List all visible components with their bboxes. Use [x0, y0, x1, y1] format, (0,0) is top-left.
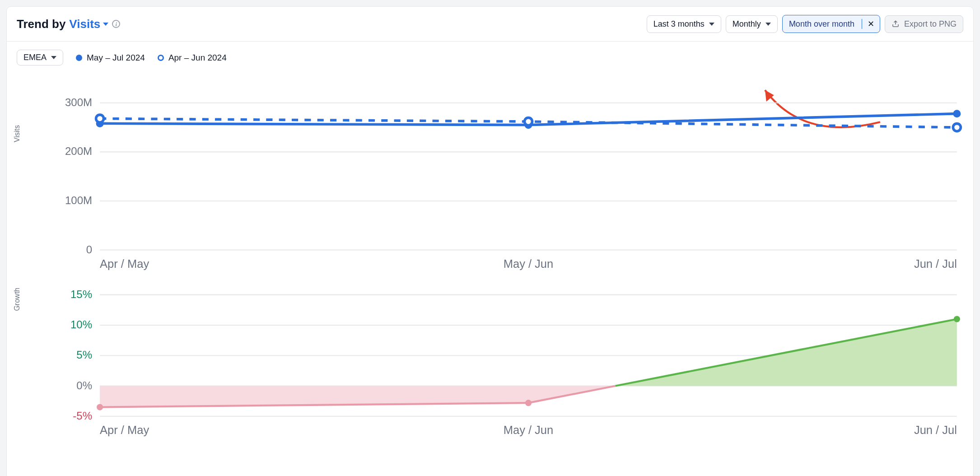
annotation-arrow [765, 90, 880, 127]
x-tick-visits: May / Jun [504, 257, 553, 270]
growth-point [97, 404, 103, 410]
chevron-down-icon [709, 23, 714, 26]
growth-chart: 15%10%5%0%-5%Apr / MayMay / JunJun / Jul [70, 288, 960, 437]
y-tick-growth: 10% [70, 318, 92, 331]
y-tick-visits: 200M [65, 145, 92, 157]
region-label: EMEA [23, 53, 47, 62]
y-axis-label-growth: Growth [13, 288, 21, 311]
card-body: EMEA May – Jul 2024 Apr – Jun 2024 Visit… [7, 42, 973, 476]
legend-current-label: May – Jul 2024 [87, 53, 145, 63]
granularity-dropdown[interactable]: Monthly [726, 15, 778, 33]
legend-row: EMEA May – Jul 2024 Apr – Jun 2024 [17, 50, 963, 65]
date-range-dropdown[interactable]: Last 3 months [647, 15, 721, 33]
info-icon[interactable]: i [112, 20, 120, 28]
data-point [953, 124, 961, 131]
x-tick-growth: Jun / Jul [914, 424, 957, 436]
legend-marker-solid [76, 55, 82, 61]
y-tick-growth: 15% [70, 288, 92, 300]
export-label: Export to PNG [904, 19, 957, 29]
chart-svg: 300M200M100M0Apr / MayMay / JunJun / Jul… [17, 71, 963, 467]
region-dropdown[interactable]: EMEA [17, 50, 63, 65]
legend-item-current[interactable]: May – Jul 2024 [76, 53, 145, 63]
chevron-down-icon [765, 23, 771, 26]
export-icon [891, 20, 900, 28]
compare-mode-chip[interactable]: Month over month ✕ [782, 15, 880, 33]
y-tick-visits: 0 [86, 243, 92, 256]
x-tick-visits: Jun / Jul [914, 257, 957, 270]
legend-item-previous[interactable]: Apr – Jun 2024 [158, 53, 227, 63]
granularity-label: Monthly [733, 19, 761, 29]
card-header: Trend by Visits i Last 3 months Monthly … [7, 7, 973, 42]
metric-selector[interactable]: Visits [69, 17, 108, 31]
y-tick-visits: 300M [65, 96, 92, 108]
chart-area: Visits Growth 300M200M100M0Apr / MayMay … [17, 71, 963, 467]
date-range-label: Last 3 months [653, 19, 705, 29]
y-tick-growth: 5% [76, 349, 92, 361]
growth-point [525, 400, 532, 406]
legend-marker-hollow [158, 55, 164, 61]
title-prefix: Trend by [17, 17, 65, 31]
header-controls: Last 3 months Monthly Month over month ✕… [647, 15, 963, 33]
x-tick-growth: May / Jun [504, 424, 553, 436]
y-tick-growth: 0% [76, 379, 92, 392]
close-icon[interactable]: ✕ [862, 19, 880, 29]
trend-card: Trend by Visits i Last 3 months Monthly … [6, 6, 974, 476]
visits-chart: 300M200M100M0Apr / MayMay / JunJun / Jul [65, 96, 961, 270]
data-point [953, 110, 961, 117]
card-title: Trend by Visits i [17, 17, 120, 31]
export-png-button[interactable]: Export to PNG [885, 15, 963, 33]
chevron-down-icon [103, 23, 108, 26]
data-point [96, 115, 104, 122]
chevron-down-icon [51, 56, 56, 59]
y-tick-visits: 100M [65, 194, 92, 206]
x-tick-visits: Apr / May [100, 257, 149, 270]
compare-mode-label: Month over month [789, 19, 854, 29]
y-axis-label-visits: Visits [13, 125, 21, 142]
y-tick-growth: -5% [73, 410, 92, 422]
data-point [524, 118, 532, 126]
growth-point [954, 316, 960, 322]
x-tick-growth: Apr / May [100, 424, 149, 436]
metric-label: Visits [69, 17, 100, 31]
legend-prev-label: Apr – Jun 2024 [168, 53, 227, 63]
